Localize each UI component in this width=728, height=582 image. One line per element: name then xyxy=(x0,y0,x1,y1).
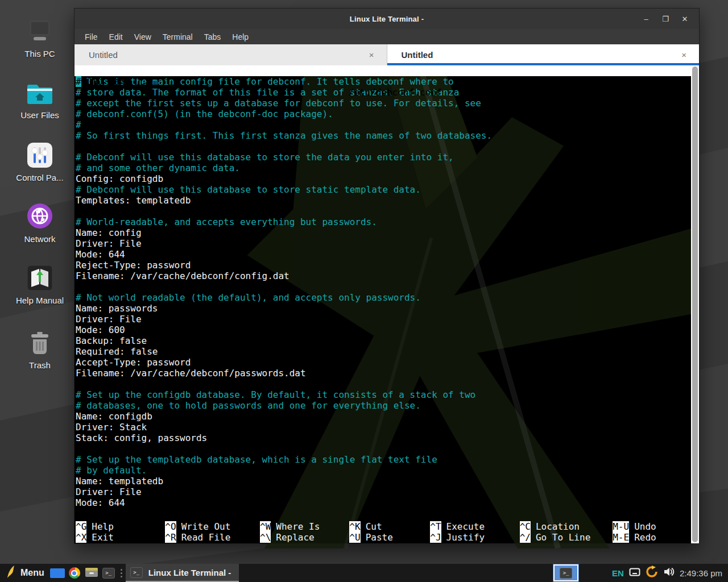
clock[interactable]: 2:49:36 pm xyxy=(680,568,725,578)
shortcut-item[interactable]: ^RRead File xyxy=(165,532,260,543)
desktop-icon-user-files[interactable]: User Files xyxy=(8,78,72,120)
workspace-icon xyxy=(50,568,65,578)
shortcut-item[interactable]: ^TExecute xyxy=(430,521,519,532)
terminal-line: # by default. xyxy=(76,465,691,476)
shortcut-item[interactable]: ^/Go To Line xyxy=(520,532,613,543)
terminal-line: Filename: /var/cache/debconf/config.dat xyxy=(76,271,691,281)
taskbar: Menu >_ >_ Linux Lite Terminal - >_ EN xyxy=(0,564,728,582)
nano-editor[interactable]: GNU nano 7.2 /etc/debconf.conf # This is… xyxy=(75,65,691,543)
shortcut-item[interactable]: M-ERedo xyxy=(613,532,690,543)
desktop-icon-control-panel[interactable]: Control Pa... xyxy=(8,141,72,182)
terminal-pane[interactable]: GNU nano 7.2 /etc/debconf.conf # This is… xyxy=(75,65,699,543)
shortcut-key: ^T xyxy=(430,521,441,532)
shortcut-key: ^X xyxy=(76,532,86,543)
shortcut-item[interactable]: ^WWhere Is xyxy=(260,521,349,532)
terminal-scrollbar[interactable] xyxy=(691,65,699,543)
terminal-line: Name: passwords xyxy=(76,303,691,314)
computer-icon xyxy=(25,17,55,44)
workspace-pager[interactable] xyxy=(49,564,66,582)
shortcut-label: Cut xyxy=(366,521,382,532)
terminal-line: Templates: templatedb xyxy=(76,195,691,206)
terminal-line: Accept-Type: password xyxy=(76,357,691,368)
shortcut-item[interactable]: ^GHelp xyxy=(76,521,165,532)
chrome-launcher[interactable] xyxy=(66,564,83,582)
desktop-icon-network[interactable]: Network xyxy=(8,202,72,244)
volume-icon[interactable] xyxy=(663,567,675,579)
titlebar[interactable]: Linux Lite Terminal - – ❐ ✕ xyxy=(75,9,699,29)
menu-view[interactable]: View xyxy=(129,31,157,43)
display-keyboard-icon[interactable] xyxy=(629,568,640,579)
shortcut-key: ^W xyxy=(260,521,271,532)
tab-close-icon[interactable]: × xyxy=(678,49,690,61)
terminal-line xyxy=(76,281,691,292)
tray-terminal-focused[interactable]: >_ xyxy=(553,564,578,581)
taskbar-window-button[interactable]: >_ Linux Lite Terminal - xyxy=(126,564,239,582)
shortcut-key: ^C xyxy=(520,521,531,532)
terminal-line: # Debconf will use this database to stor… xyxy=(76,152,691,163)
terminal-line: Required: false xyxy=(76,346,691,357)
shortcut-label: Write Out xyxy=(181,521,231,532)
shortcut-item[interactable]: ^CLocation xyxy=(520,521,613,532)
desktop-icon-help-manual[interactable]: Help Manual xyxy=(8,264,72,305)
keyboard-layout-indicator[interactable]: EN xyxy=(612,568,624,578)
shortcut-key: ^/ xyxy=(520,532,531,543)
tab-bar: Untitled × Untitled × xyxy=(75,44,699,65)
shortcut-item[interactable]: ^\Replace xyxy=(260,532,349,543)
control-panel-icon xyxy=(27,141,53,168)
window-title: Linux Lite Terminal - xyxy=(75,15,699,23)
terminal-line: # xyxy=(76,119,691,130)
shortcut-item[interactable]: M-UUndo xyxy=(613,521,690,532)
tab-untitled-1[interactable]: Untitled × xyxy=(75,44,387,65)
terminal-line: # Set up the configdb database. By defau… xyxy=(76,389,691,400)
update-notifier-icon[interactable] xyxy=(646,566,658,580)
menu-terminal[interactable]: Terminal xyxy=(157,31,198,43)
shortcut-label: Replace xyxy=(276,532,314,543)
scrollbar-thumb[interactable] xyxy=(692,66,698,542)
menu-tabs[interactable]: Tabs xyxy=(198,31,227,43)
desktop-icon-this-pc[interactable]: This PC xyxy=(8,17,72,59)
terminal-line: # Not world readable (the default), and … xyxy=(76,292,691,303)
nano-buffer[interactable]: # This is the main config file for debco… xyxy=(75,76,691,508)
shortcut-key: ^O xyxy=(165,521,176,532)
shortcut-key: M-E xyxy=(613,532,629,543)
shortcut-label: Help xyxy=(92,521,114,532)
shortcut-label: Paste xyxy=(366,532,393,543)
minimize-button[interactable]: – xyxy=(639,13,653,25)
maximize-button[interactable]: ❐ xyxy=(658,13,673,25)
desktop-icon-label: Help Manual xyxy=(16,296,64,305)
menubar: File Edit View Terminal Tabs Help xyxy=(75,29,699,44)
shortcut-label: Execute xyxy=(446,521,485,532)
desktop-icon-label: Network xyxy=(24,234,55,244)
menu-help[interactable]: Help xyxy=(226,31,254,43)
file-manager-launcher[interactable] xyxy=(83,564,100,582)
terminal-line: Config: configdb xyxy=(76,173,691,184)
terminal-line: # debconf.conf(5) (in the debconf-doc pa… xyxy=(76,109,691,119)
shortcut-item[interactable]: ^XExit xyxy=(76,532,165,543)
shortcut-item[interactable]: ^UPaste xyxy=(349,532,430,543)
close-button[interactable]: ✕ xyxy=(677,13,692,25)
panel-grip-handle[interactable] xyxy=(117,569,126,577)
terminal-line: # and some other dynamic data. xyxy=(76,163,691,173)
terminal-line xyxy=(76,443,691,454)
terminal-line: # databases, one to hold passwords and o… xyxy=(76,400,691,411)
nano-shortcut-bar: ^GHelp^XExit^OWrite Out^RRead File^WWher… xyxy=(75,521,691,543)
menu-file[interactable]: File xyxy=(79,31,104,43)
terminal-launcher[interactable]: >_ xyxy=(100,564,117,582)
shortcut-label: Go To Line xyxy=(536,532,590,543)
desktop-icon-trash[interactable]: Trash xyxy=(8,329,72,370)
shortcut-item[interactable]: ^OWrite Out xyxy=(165,521,260,532)
menu-edit[interactable]: Edit xyxy=(104,31,129,43)
shortcut-item[interactable]: ^KCut xyxy=(349,521,430,532)
menu-button[interactable]: Menu xyxy=(3,564,49,582)
shortcut-item[interactable]: ^JJustify xyxy=(430,532,519,543)
terminal-line: Mode: 600 xyxy=(76,325,691,335)
shortcut-column: ^GHelp^XExit xyxy=(76,521,165,543)
tab-untitled-2[interactable]: Untitled × xyxy=(387,44,700,65)
window-controls: – ❐ ✕ xyxy=(639,13,699,25)
shortcut-key: ^R xyxy=(165,532,176,543)
shortcut-key: ^K xyxy=(349,521,360,532)
taskbar-left: Menu >_ >_ Linux Lite Terminal - xyxy=(3,564,239,582)
shortcut-label: Location xyxy=(536,521,580,532)
tab-close-icon[interactable]: × xyxy=(366,49,378,61)
chrome-icon xyxy=(69,567,80,579)
